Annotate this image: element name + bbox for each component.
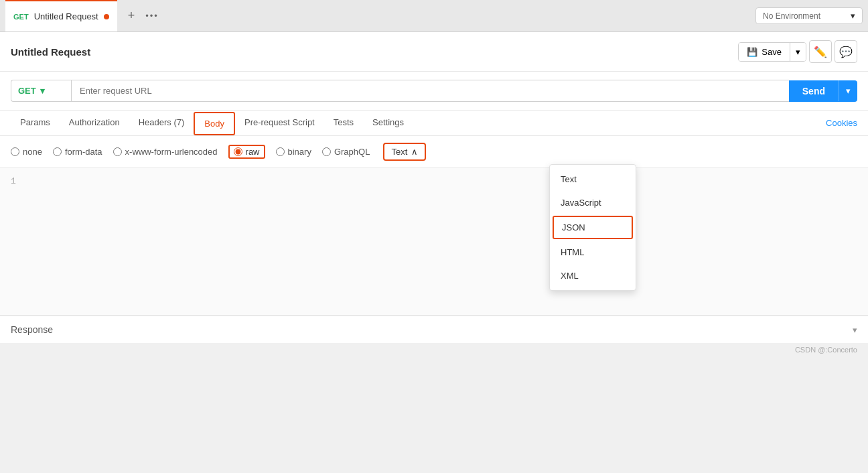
page-footer: CSDN @:Concerto [0, 343, 868, 356]
tab-method: GET [13, 13, 29, 21]
option-form-data[interactable]: form-data [53, 147, 102, 157]
more-tabs-button[interactable]: ••• [140, 8, 164, 23]
send-button[interactable]: Send [789, 80, 839, 102]
format-dropdown[interactable]: Text ∧ [383, 143, 426, 161]
dropdown-item-json[interactable]: JSON [553, 216, 633, 239]
dropdown-item-html[interactable]: HTML [550, 241, 636, 264]
response-bar: Response ▾ [0, 316, 868, 343]
new-tab-button[interactable]: + [123, 6, 141, 25]
dropdown-item-text[interactable]: Text [550, 167, 636, 191]
body-options: none form-data x-www-form-urlencoded raw… [0, 136, 868, 168]
tab-tests[interactable]: Tests [324, 111, 363, 135]
page-title: Untitled Request [11, 46, 733, 58]
url-bar: GET ▾ Send ▾ [0, 72, 868, 111]
option-graphql[interactable]: GraphQL [322, 147, 370, 157]
dropdown-item-xml[interactable]: XML [550, 264, 636, 287]
edit-icon-button[interactable]: ✏️ [809, 40, 832, 63]
option-urlencoded[interactable]: x-www-form-urlencoded [113, 147, 218, 157]
format-label: Text [391, 147, 407, 157]
header-actions: 💾 Save ▾ ✏️ 💬 [738, 40, 857, 63]
env-label: No Environment [763, 11, 820, 21]
tab-pre-request-script[interactable]: Pre-request Script [235, 111, 324, 135]
send-button-group: Send ▾ [789, 80, 857, 102]
save-button[interactable]: 💾 Save [739, 43, 790, 61]
option-raw[interactable]: raw [228, 145, 265, 159]
save-icon: 💾 [747, 47, 757, 57]
main-content: Untitled Request 💾 Save ▾ ✏️ 💬 GET ▾ Sen… [0, 32, 868, 343]
editor-area: 1 [0, 168, 868, 316]
editor-content[interactable] [24, 176, 857, 307]
env-chevron: ▾ [851, 11, 855, 21]
cookies-link[interactable]: Cookies [826, 118, 857, 128]
method-selector[interactable]: GET ▾ [11, 80, 71, 102]
environment-selector[interactable]: No Environment ▾ [755, 7, 863, 24]
line-numbers: 1 [11, 176, 16, 307]
option-binary[interactable]: binary [276, 147, 311, 157]
tab-title: Untitled Request [34, 11, 98, 21]
active-tab[interactable]: GET Untitled Request [5, 0, 117, 31]
format-chevron: ∧ [411, 147, 418, 157]
method-chevron: ▾ [40, 86, 45, 96]
comment-icon-button[interactable]: 💬 [835, 40, 857, 63]
tab-params[interactable]: Params [11, 111, 60, 135]
response-chevron[interactable]: ▾ [853, 325, 857, 335]
url-input[interactable] [71, 80, 789, 102]
tab-unsaved-dot [104, 14, 109, 19]
request-header: Untitled Request 💾 Save ▾ ✏️ 💬 [0, 32, 868, 72]
option-none[interactable]: none [11, 147, 42, 157]
save-label: Save [762, 47, 782, 57]
method-label: GET [18, 86, 36, 96]
dropdown-item-javascript[interactable]: JavaScript [550, 191, 636, 214]
send-dropdown-button[interactable]: ▾ [839, 80, 857, 101]
tab-headers[interactable]: Headers (7) [129, 111, 194, 135]
save-button-group: 💾 Save ▾ [738, 42, 806, 62]
tab-body[interactable]: Body [194, 112, 235, 135]
tab-settings[interactable]: Settings [363, 111, 413, 135]
tab-authorization[interactable]: Authorization [60, 111, 129, 135]
request-tabs: Params Authorization Headers (7) Body Pr… [0, 111, 868, 136]
response-title: Response [11, 324, 853, 335]
tab-bar: GET Untitled Request + ••• No Environmen… [0, 0, 868, 32]
format-dropdown-menu: Text JavaScript JSON HTML XML [549, 164, 636, 291]
footer-label: CSDN @:Concerto [795, 346, 857, 354]
save-dropdown-button[interactable]: ▾ [790, 43, 806, 61]
